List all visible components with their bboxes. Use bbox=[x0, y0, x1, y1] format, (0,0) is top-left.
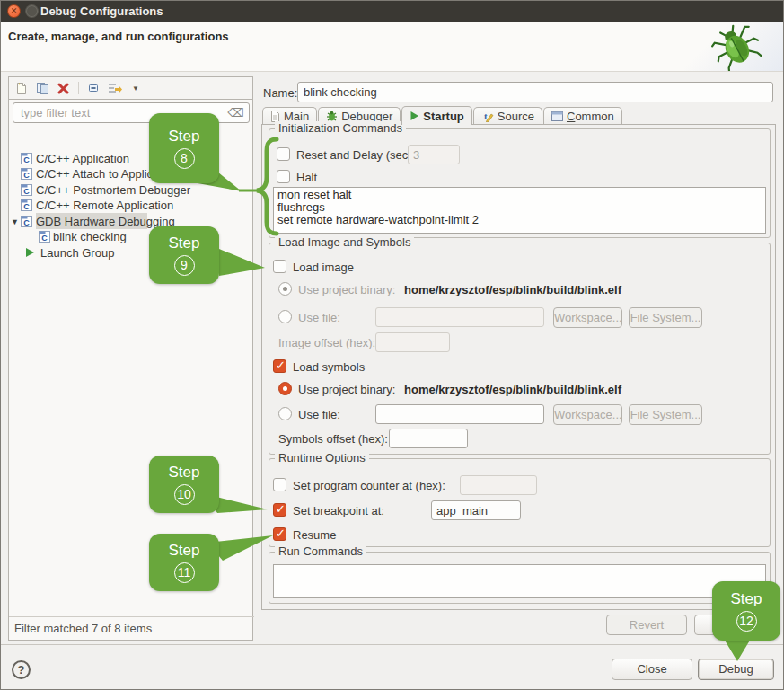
footer-separator bbox=[1, 644, 784, 645]
c-application-icon: C bbox=[21, 199, 32, 211]
symbols-workspace-button: Workspace... bbox=[553, 404, 622, 425]
launch-group-icon bbox=[24, 247, 35, 258]
step-12-callout: Step 12 bbox=[712, 581, 780, 641]
toolbar-separator bbox=[78, 82, 79, 94]
symbols-project-binary-radio[interactable] bbox=[278, 382, 292, 395]
program-counter-input bbox=[460, 475, 537, 495]
step-10-number: 10 bbox=[174, 484, 195, 505]
clear-filter-icon[interactable]: ⌫ bbox=[228, 106, 244, 119]
runtime-options-group: Runtime Options Set program counter at (… bbox=[269, 458, 771, 547]
halt-checkbox[interactable] bbox=[277, 170, 290, 183]
collapse-all-icon[interactable] bbox=[87, 81, 101, 95]
symbols-offset-input[interactable] bbox=[389, 429, 468, 448]
name-input[interactable] bbox=[297, 82, 773, 102]
configuration-form: Name: Main Debugger Startup t Source Com… bbox=[261, 76, 778, 641]
source-tab-icon: t bbox=[481, 111, 494, 122]
symbols-file-input[interactable] bbox=[375, 404, 544, 424]
image-use-file-label: Use file: bbox=[298, 311, 340, 324]
duplicate-configuration-icon[interactable] bbox=[35, 81, 49, 95]
run-commands-textarea[interactable] bbox=[273, 564, 766, 598]
step-12-number: 12 bbox=[736, 611, 757, 632]
step-8-number: 8 bbox=[174, 148, 195, 169]
expander-icon[interactable]: ▼ bbox=[11, 215, 19, 230]
load-image-symbols-group: Load Image and Symbols Load image Use pr… bbox=[269, 243, 771, 455]
c-application-icon: C bbox=[21, 168, 32, 180]
halt-label: Halt bbox=[296, 171, 317, 184]
startup-tab-content: Initialization Commands Reset and Delay … bbox=[261, 124, 776, 610]
set-program-counter-checkbox[interactable] bbox=[273, 478, 286, 491]
new-configuration-icon[interactable] bbox=[14, 81, 29, 95]
name-label: Name: bbox=[263, 86, 297, 100]
symbols-offset-label: Symbols offset (hex): bbox=[278, 432, 388, 446]
breakpoint-input[interactable] bbox=[431, 500, 521, 520]
set-breakpoint-checkbox[interactable] bbox=[273, 503, 286, 517]
image-filesystem-button: File System... bbox=[629, 307, 702, 328]
delete-configuration-icon[interactable] bbox=[56, 81, 70, 95]
c-application-icon: C bbox=[39, 231, 50, 243]
step-11-number: 11 bbox=[174, 562, 195, 583]
symbols-use-file-label: Use file: bbox=[298, 408, 340, 421]
image-offset-input bbox=[375, 332, 450, 352]
svg-text:C: C bbox=[23, 218, 30, 227]
resume-checkbox[interactable] bbox=[273, 527, 286, 541]
beetle-icon bbox=[695, 22, 771, 71]
tab-source[interactable]: t Source bbox=[473, 107, 542, 125]
filter-status-bar: Filter matched 7 of 8 items bbox=[9, 616, 254, 640]
c-application-icon: C bbox=[21, 153, 32, 164]
revert-button: Revert bbox=[606, 615, 687, 635]
group-title: Initialization Commands bbox=[275, 121, 406, 135]
initialization-commands-group: Initialization Commands Reset and Delay … bbox=[269, 128, 771, 238]
svg-text:C: C bbox=[41, 234, 48, 243]
close-button[interactable]: Close bbox=[612, 659, 692, 680]
symbols-filesystem-button: File System... bbox=[629, 404, 702, 425]
step-10-callout: Step 10 bbox=[149, 456, 219, 513]
svg-text:C: C bbox=[23, 155, 30, 164]
debug-button[interactable]: Debug bbox=[698, 659, 774, 680]
window-title: Debug Configurations bbox=[40, 4, 163, 18]
svg-text:C: C bbox=[23, 171, 30, 180]
load-symbols-label: Load symbols bbox=[293, 360, 365, 374]
filter-status-text: Filter matched 7 of 8 items bbox=[14, 622, 152, 635]
set-breakpoint-label: Set breakpoint at: bbox=[293, 504, 384, 518]
tab-common[interactable]: Common bbox=[543, 107, 622, 125]
toolbar-menu-dropdown-icon[interactable]: ▼ bbox=[128, 81, 143, 95]
help-button[interactable]: ? bbox=[12, 660, 31, 679]
reset-and-delay-checkbox[interactable] bbox=[277, 147, 290, 161]
image-workspace-button: Workspace... bbox=[553, 307, 622, 328]
step-8-callout: Step 8 bbox=[149, 113, 219, 183]
startup-tab-icon bbox=[410, 111, 419, 121]
image-offset-label: Image offset (hex): bbox=[278, 336, 375, 349]
image-use-file-radio bbox=[278, 310, 292, 323]
titlebar[interactable]: ✕ Debug Configurations bbox=[1, 1, 783, 22]
configurations-toolbar: ▼ bbox=[8, 76, 253, 100]
group-title: Runtime Options bbox=[275, 451, 369, 464]
reset-delay-input bbox=[408, 145, 460, 164]
svg-text:C: C bbox=[23, 187, 30, 196]
common-tab-icon bbox=[551, 111, 563, 121]
load-image-checkbox[interactable] bbox=[273, 260, 286, 273]
c-application-icon: C bbox=[21, 216, 32, 227]
debug-configurations-dialog: ✕ Debug Configurations Create, manage, a… bbox=[0, 0, 784, 690]
image-project-binary-radio bbox=[278, 282, 292, 296]
load-symbols-checkbox[interactable] bbox=[273, 359, 286, 373]
window-close-icon[interactable]: ✕ bbox=[7, 4, 21, 18]
window-minimize-icon[interactable] bbox=[25, 4, 39, 18]
group-title: Load Image and Symbols bbox=[275, 235, 414, 249]
c-application-icon: C bbox=[21, 184, 32, 196]
step-11-callout: Step 11 bbox=[149, 534, 219, 591]
init-commands-textarea[interactable]: mon reset halt flushregs set remote hard… bbox=[273, 187, 766, 234]
symbols-use-file-radio[interactable] bbox=[278, 407, 292, 420]
filter-configurations-icon[interactable] bbox=[108, 81, 122, 95]
set-program-counter-label: Set program counter at (hex): bbox=[293, 479, 445, 492]
step-9-callout: Step 9 bbox=[149, 226, 219, 284]
load-image-label: Load image bbox=[293, 261, 354, 274]
step-9-number: 9 bbox=[174, 255, 195, 276]
tab-startup[interactable]: Startup bbox=[401, 106, 472, 125]
group-title: Run Commands bbox=[275, 544, 366, 558]
run-commands-group: Run Commands bbox=[269, 552, 771, 604]
image-file-input bbox=[375, 307, 544, 327]
dialog-subtitle: Create, manage, and run configurations bbox=[8, 30, 229, 43]
image-project-binary-label: Use project binary: bbox=[298, 283, 395, 296]
dialog-header: Create, manage, and run configurations bbox=[1, 22, 783, 72]
image-project-binary-value: home/krzysztof/esp/blink/build/blink.elf bbox=[404, 283, 621, 296]
